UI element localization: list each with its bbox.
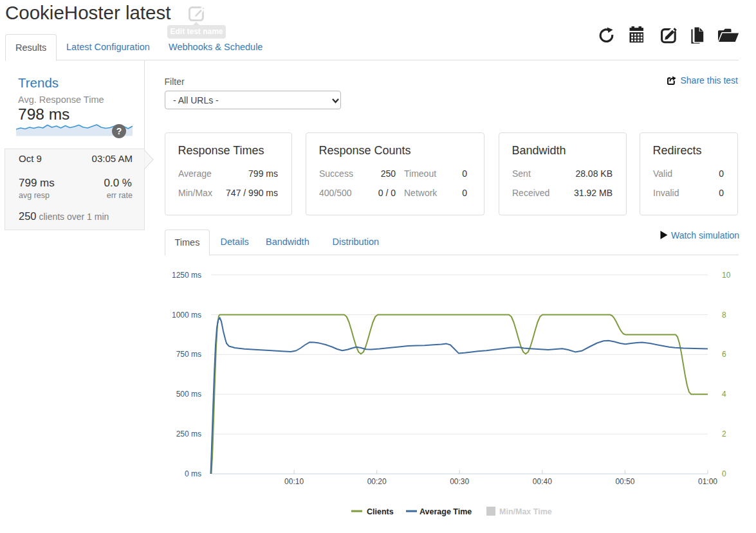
svg-text:Average Time: Average Time (419, 507, 472, 516)
svg-text:250 ms: 250 ms (176, 429, 201, 438)
svg-text:4: 4 (722, 390, 726, 399)
svg-text:Min/Max Time: Min/Max Time (499, 507, 552, 516)
svg-text:6: 6 (722, 350, 726, 359)
svg-text:10: 10 (722, 271, 731, 280)
svg-text:0 ms: 0 ms (185, 469, 201, 478)
svg-text:00:50: 00:50 (615, 477, 634, 486)
svg-text:00:10: 00:10 (284, 477, 304, 486)
svg-text:1000 ms: 1000 ms (172, 311, 201, 320)
svg-text:01:00: 01:00 (698, 477, 717, 486)
svg-text:0: 0 (722, 469, 726, 478)
svg-text:00:40: 00:40 (533, 477, 552, 486)
svg-text:Clients: Clients (367, 507, 394, 516)
svg-text:1250 ms: 1250 ms (172, 271, 201, 280)
svg-text:00:30: 00:30 (450, 477, 469, 486)
svg-text:00:20: 00:20 (367, 477, 387, 486)
svg-text:8: 8 (722, 311, 726, 320)
svg-text:500 ms: 500 ms (176, 390, 201, 399)
svg-text:2: 2 (722, 429, 726, 438)
svg-text:750 ms: 750 ms (176, 350, 201, 359)
